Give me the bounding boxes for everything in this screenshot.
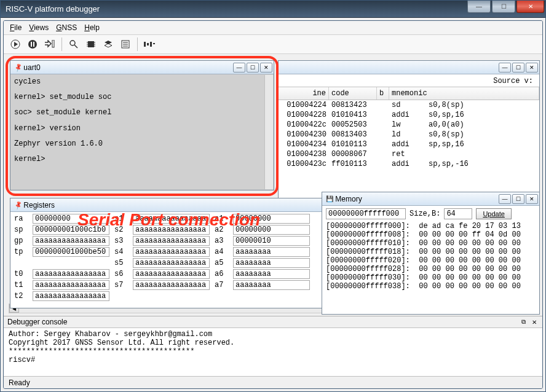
bp-cell[interactable]	[377, 101, 389, 109]
bp-cell[interactable]	[377, 150, 389, 159]
pause-icon[interactable]	[25, 36, 41, 52]
uart-scrollbar[interactable]	[264, 75, 273, 189]
reg-value[interactable]: aaaaaaaaaaaaaaaa	[33, 291, 109, 301]
source-row[interactable]: 01000423401010113addisp,sp,16	[279, 139, 539, 149]
reg-value[interactable]: aaaaaaaaaaaaaaaa	[33, 236, 109, 246]
memory-maximize-icon[interactable]: ☐	[512, 194, 524, 204]
pin-icon[interactable]: 📌	[13, 63, 23, 73]
register-row: t2aaaaaaaaaaaaaaaa	[14, 291, 338, 302]
reg-value[interactable]: aaaaaaaaaaaaaaaa	[133, 269, 210, 279]
svg-point-6	[70, 41, 75, 45]
reg-value[interactable]: 000000001000c1b0	[33, 225, 109, 235]
uart-minimize-icon[interactable]: —	[233, 63, 245, 73]
source-row[interactable]: 01000422c00052503lwa0,0(a0)	[279, 120, 539, 130]
code-cell: 00813403	[329, 130, 377, 139]
memory-update-button[interactable]: Update	[476, 208, 511, 219]
menu-help[interactable]: Help	[82, 22, 102, 33]
console-header[interactable]: Debugger console ⧉ ✕	[4, 316, 542, 328]
reg-value[interactable]: 00000010	[233, 236, 310, 246]
addr-cell: 010004238	[279, 150, 329, 159]
terminal-line: kernel> set_module soc	[14, 93, 270, 101]
svg-line-7	[74, 45, 77, 48]
layers-icon[interactable]	[100, 36, 116, 52]
addr-cell: 010004224	[279, 101, 329, 109]
reg-value[interactable]: aaaaaaaa	[233, 280, 310, 290]
source-maximize-icon[interactable]: ☐	[512, 63, 524, 73]
reg-value[interactable]: aaaaaaaaaaaaaaaa	[33, 280, 109, 290]
reg-name: gp	[14, 237, 28, 245]
step-icon[interactable]	[42, 36, 58, 52]
console-float-icon[interactable]: ⧉	[519, 318, 528, 326]
bp-cell[interactable]	[377, 130, 389, 139]
menu-gnss[interactable]: GNSS	[53, 22, 79, 33]
statusbar: Ready	[4, 376, 542, 388]
maximize-button[interactable]: ☐	[492, 1, 515, 13]
pin-icon[interactable]: 📌	[13, 200, 23, 210]
source-row[interactable]: 01000423cff010113addisp,sp,-16	[279, 159, 539, 169]
play-icon[interactable]	[7, 36, 23, 52]
reg-value[interactable]: 00000000	[233, 225, 310, 235]
source-rows: 01000422400813423sds0,8(sp)0100042280101…	[279, 100, 539, 169]
reg-value[interactable]: aaaaaaaaaaaaaaaa	[133, 258, 210, 268]
reg-value[interactable]: aaaaaaaaaaaaaaaa	[133, 225, 210, 235]
operand-cell: s0,8(sp)	[426, 101, 539, 109]
source-minimize-icon[interactable]: —	[499, 63, 511, 73]
code-cell: ff010113	[329, 160, 377, 168]
titlebar[interactable]: RISC-V platform debugger — ☐ ✕	[1, 1, 545, 18]
memory-titlebar[interactable]: 💾 Memory — ☐ ✕	[322, 192, 539, 206]
code-cell: 00813423	[329, 101, 377, 109]
terminal-line	[14, 132, 270, 140]
source-row[interactable]: 01000422400813423sds0,8(sp)	[279, 100, 539, 110]
source-row[interactable]: 01000423000813403lds0,8(sp)	[279, 130, 539, 139]
reg-value[interactable]: aaaaaaaa	[233, 269, 310, 279]
source-row[interactable]: 01000422801010413addis0,sp,16	[279, 110, 539, 120]
registers-window: 📌 Registers ra00000000s1aaaaaaaaaaaaaaaa…	[10, 198, 342, 308]
signal-icon[interactable]	[141, 36, 157, 52]
reg-value[interactable]: aaaaaaaa	[233, 247, 310, 257]
search-icon[interactable]	[66, 36, 82, 52]
uart-close-icon[interactable]: ✕	[260, 63, 272, 73]
bp-cell[interactable]	[377, 120, 389, 129]
source-close-icon[interactable]: ✕	[526, 63, 538, 73]
reg-value[interactable]: aaaaaaaaaaaaaaaa	[133, 280, 210, 290]
reg-value[interactable]: aaaaaaaaaaaaaaaa	[133, 236, 210, 246]
source-titlebar[interactable]: — ☐ ✕	[279, 61, 539, 74]
memory-addr-input[interactable]	[326, 208, 406, 219]
cpu-icon[interactable]	[83, 36, 99, 52]
reg-name: s3	[114, 237, 128, 245]
console-close-icon[interactable]: ✕	[530, 318, 539, 326]
reg-name: a5	[215, 259, 228, 267]
reg-value[interactable]: aaaaaaaaaaaaaaaa	[33, 269, 109, 279]
reg-value[interactable]: aaaaaaaa	[233, 258, 310, 268]
col-mnemonic: mnemonic	[389, 87, 539, 100]
minimize-button[interactable]: —	[467, 1, 491, 13]
svg-rect-4	[33, 42, 34, 47]
console-body[interactable]: Author: Sergey Khabarov - sergeykhbr@gma…	[4, 328, 542, 376]
reg-value[interactable]: aaaaaaaaaaaaaaaa	[133, 214, 210, 224]
memory-close-icon[interactable]: ✕	[526, 194, 538, 204]
menu-file[interactable]: File	[7, 22, 24, 33]
memory-minimize-icon[interactable]: —	[499, 194, 511, 204]
console-line: ****************************************…	[9, 347, 537, 356]
bp-cell[interactable]	[377, 111, 389, 119]
app-window: RISC-V platform debugger — ☐ ✕ File View…	[0, 0, 546, 392]
uart-titlebar[interactable]: 📌 uart0 — ☐ ✕	[10, 61, 274, 74]
reg-value[interactable]: 000000001000be50	[33, 247, 109, 257]
menu-views[interactable]: Views	[26, 22, 51, 33]
svg-rect-21	[144, 42, 146, 47]
bp-cell[interactable]	[377, 160, 389, 168]
reg-value[interactable]: 00000000	[233, 214, 310, 224]
registers-titlebar[interactable]: 📌 Registers	[10, 198, 341, 212]
reg-name: a2	[215, 225, 228, 234]
list-icon[interactable]	[117, 36, 133, 52]
bp-cell[interactable]	[377, 140, 389, 149]
addr-cell: 01000422c	[279, 120, 329, 129]
console-line: riscv#	[9, 356, 537, 364]
reg-value[interactable]: aaaaaaaaaaaaaaaa	[133, 247, 210, 257]
uart-terminal[interactable]: cycles kernel> set_module soc soc> set_m…	[10, 74, 274, 190]
uart-maximize-icon[interactable]: ☐	[247, 63, 259, 73]
source-row[interactable]: 01000423800008067ret	[279, 149, 539, 159]
memory-size-input[interactable]	[444, 208, 472, 219]
close-button[interactable]: ✕	[516, 1, 544, 13]
reg-value[interactable]: 00000000	[33, 214, 109, 224]
